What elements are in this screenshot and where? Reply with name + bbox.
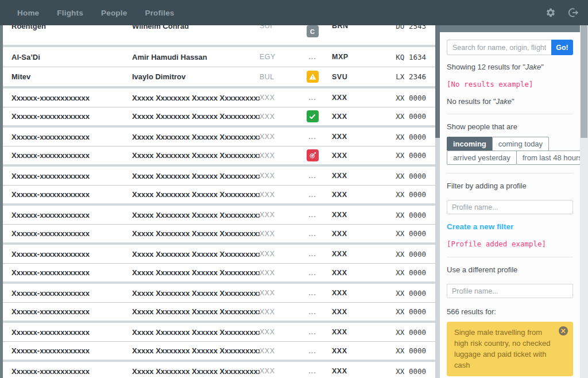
first-name-cell: Xxxxx Xxxxxxxx Xxxxxx Xxxxxxxxxx bbox=[132, 250, 260, 259]
table-row[interactable]: Mitev Ivaylo Dimitrov BUL SVU LX 2346 bbox=[3, 67, 435, 86]
different-profile-label: Use a different profile bbox=[447, 265, 573, 274]
table-row[interactable]: Roentgen Wilhelm Conrad SUI C BRN DU 254… bbox=[3, 25, 435, 45]
nav-item-people[interactable]: People bbox=[101, 9, 127, 17]
last-name-cell: Xxxxxx-xxxxxxxxxxxx bbox=[3, 307, 132, 316]
profile-added-example-label: [Profile added example] bbox=[447, 240, 573, 248]
table-row[interactable]: Xxxxxx-xxxxxxxxxxxx Xxxxx Xxxxxxxx Xxxxx… bbox=[3, 185, 435, 203]
toggle-last-48-hours[interactable]: from last 48 hours bbox=[516, 151, 588, 165]
destination-cell: BRN bbox=[325, 25, 376, 30]
nationality-cell: XXX bbox=[260, 230, 300, 238]
more-ellipsis-icon: ... bbox=[308, 230, 316, 238]
last-name-cell: Xxxxxx-xxxxxxxxxxxx bbox=[3, 268, 132, 277]
target-icon[interactable] bbox=[307, 149, 319, 161]
filter-profile-label: Filter by adding a profile bbox=[447, 182, 573, 190]
search-term: Jake bbox=[496, 97, 512, 106]
nationality-cell: XXX bbox=[260, 172, 300, 180]
first-name-cell: Xxxxx Xxxxxxxx Xxxxxx Xxxxxxxxxx bbox=[132, 367, 260, 376]
divider bbox=[447, 173, 573, 173]
first-name-cell: Xxxxx Xxxxxxxx Xxxxxx Xxxxxxxxxx bbox=[132, 328, 260, 337]
table-row[interactable]: Xxxxxx-xxxxxxxxxxxx Xxxxx Xxxxxxxx Xxxxx… bbox=[3, 263, 435, 281]
table-scrollbar-thumb[interactable] bbox=[435, 25, 440, 138]
status-cell: ... bbox=[300, 250, 325, 258]
nationality-cell: BUL bbox=[260, 73, 300, 81]
status-cell: ... bbox=[300, 172, 325, 180]
active-profile-text: Single male travelling from high risk co… bbox=[454, 328, 550, 369]
table-scrollbar-track[interactable] bbox=[435, 25, 440, 378]
table-row[interactable]: Al-Sa’Di Amir Hamudi Hassan EGY ... MXP … bbox=[3, 47, 435, 67]
destination-cell: XXX bbox=[325, 133, 376, 141]
first-name-cell: Xxxxx Xxxxxxxx Xxxxxx Xxxxxxxxxx bbox=[132, 151, 260, 160]
flight-number-cell: XX 0000 bbox=[376, 229, 435, 238]
top-nav: Home Flights People Profiles bbox=[0, 0, 588, 25]
table-row[interactable]: Xxxxxx-xxxxxxxxxxxx Xxxxx Xxxxxxxx Xxxxx… bbox=[3, 245, 435, 263]
destination-cell: XXX bbox=[325, 172, 376, 180]
flight-number-cell: LX 2346 bbox=[376, 72, 435, 81]
table-row[interactable]: Xxxxxx-xxxxxxxxxxxx Xxxxx Xxxxxxxx Xxxxx… bbox=[3, 302, 435, 321]
page-scrollbar-track[interactable] bbox=[580, 25, 588, 378]
table-row[interactable]: Xxxxxx-xxxxxxxxxxxx Xxxxx Xxxxxxxx Xxxxx… bbox=[3, 107, 435, 125]
table-row[interactable]: Xxxxxx-xxxxxxxxxxxx Xxxxx Xxxxxxxx Xxxxx… bbox=[3, 224, 435, 242]
destination-cell: SVU bbox=[325, 73, 376, 81]
flight-number-cell: XX 0000 bbox=[376, 367, 435, 376]
toggle-coming-today[interactable]: coming today bbox=[492, 137, 549, 151]
different-profile-input[interactable] bbox=[447, 284, 573, 298]
table-row[interactable]: Xxxxxx-xxxxxxxxxxxx Xxxxx Xxxxxxxx Xxxxx… bbox=[3, 362, 435, 378]
profile-name-input[interactable] bbox=[447, 200, 573, 214]
flight-number-cell: XX 0000 bbox=[376, 289, 435, 298]
destination-cell: XXX bbox=[325, 269, 376, 277]
table-row[interactable]: Xxxxxx-xxxxxxxxxxxx Xxxxx Xxxxxxxx Xxxxx… bbox=[3, 167, 435, 185]
no-results-example-label: [No results example] bbox=[447, 80, 573, 88]
more-ellipsis-icon: ... bbox=[308, 211, 316, 219]
table-row[interactable]: Xxxxxx-xxxxxxxxxxxx Xxxxx Xxxxxxxx Xxxxx… bbox=[3, 128, 435, 146]
time-filter-toggle-group: incoming coming today arrived yesterday … bbox=[447, 137, 573, 165]
flight-table: Roentgen Wilhelm Conrad SUI C BRN DU 254… bbox=[3, 25, 435, 378]
table-row[interactable]: Xxxxxx-xxxxxxxxxxxx Xxxxx Xxxxxxxx Xxxxx… bbox=[3, 146, 435, 164]
more-ellipsis-icon: ... bbox=[308, 53, 316, 61]
table-row[interactable]: Xxxxxx-xxxxxxxxxxxx Xxxxx Xxxxxxxx Xxxxx… bbox=[3, 206, 435, 224]
status-cell: ... bbox=[300, 328, 325, 336]
destination-cell: XXX bbox=[325, 289, 376, 297]
remove-profile-button[interactable] bbox=[559, 326, 568, 335]
destination-cell: XXX bbox=[325, 367, 376, 375]
status-cell: ... bbox=[300, 347, 325, 355]
flight-number-cell: XX 0000 bbox=[376, 94, 435, 102]
nav-item-home[interactable]: Home bbox=[17, 9, 39, 17]
status-cell bbox=[300, 149, 325, 161]
table-row[interactable]: Xxxxxx-xxxxxxxxxxxx Xxxxx Xxxxxxxx Xxxxx… bbox=[3, 284, 435, 302]
status-cell: ... bbox=[300, 133, 325, 141]
settings-gear-icon[interactable] bbox=[546, 7, 556, 18]
table-row[interactable]: Xxxxxx-xxxxxxxxxxxx Xxxxx Xxxxxxxx Xxxxx… bbox=[3, 88, 435, 107]
last-name-cell: Xxxxxx-xxxxxxxxxxxx bbox=[3, 94, 132, 102]
more-ellipsis-icon: ... bbox=[308, 347, 316, 355]
sign-out-icon[interactable] bbox=[568, 7, 579, 18]
more-ellipsis-icon: ... bbox=[308, 289, 316, 297]
first-name-cell: Xxxxx Xxxxxxxx Xxxxxx Xxxxxxxxxx bbox=[132, 211, 260, 219]
warning-icon[interactable] bbox=[307, 71, 319, 83]
table-row[interactable]: Xxxxxx-xxxxxxxxxxxx Xxxxx Xxxxxxxx Xxxxx… bbox=[3, 341, 435, 360]
page-scrollbar-thumb[interactable] bbox=[581, 25, 587, 138]
toggle-arrived-yesterday[interactable]: arrived yesterday bbox=[447, 151, 517, 165]
nav-item-profiles[interactable]: Profiles bbox=[145, 9, 174, 17]
more-ellipsis-icon: ... bbox=[308, 172, 316, 180]
search-go-button[interactable]: Go! bbox=[551, 40, 573, 55]
first-name-cell: Amir Hamudi Hassan bbox=[132, 53, 260, 61]
destination-cell: XXX bbox=[325, 308, 376, 316]
status-cell: ... bbox=[300, 94, 325, 102]
more-ellipsis-icon: ... bbox=[308, 191, 316, 199]
nav-item-flights[interactable]: Flights bbox=[57, 9, 83, 17]
last-name-cell: Xxxxxx-xxxxxxxxxxxx bbox=[3, 346, 132, 355]
first-name-cell: Xxxxx Xxxxxxxx Xxxxxx Xxxxxxxxxx bbox=[132, 112, 260, 121]
more-ellipsis-icon: ... bbox=[308, 133, 316, 141]
create-filter-link[interactable]: Create a new filter bbox=[447, 222, 573, 231]
table-row[interactable]: Xxxxxx-xxxxxxxxxxxx Xxxxx Xxxxxxxx Xxxxx… bbox=[3, 323, 435, 341]
first-name-cell: Xxxxx Xxxxxxxx Xxxxxx Xxxxxxxxxx bbox=[132, 172, 260, 180]
more-ellipsis-icon: ... bbox=[308, 269, 316, 277]
toggle-incoming[interactable]: incoming bbox=[447, 137, 493, 151]
last-name-cell: Xxxxxx-xxxxxxxxxxxx bbox=[3, 229, 132, 238]
check-icon[interactable] bbox=[307, 110, 319, 122]
last-name-cell: Mitev bbox=[3, 72, 132, 81]
search-input[interactable] bbox=[447, 40, 551, 55]
c-badge-icon[interactable]: C bbox=[307, 25, 319, 37]
more-ellipsis-icon: ... bbox=[308, 250, 316, 258]
nationality-cell: SUI bbox=[260, 25, 300, 30]
